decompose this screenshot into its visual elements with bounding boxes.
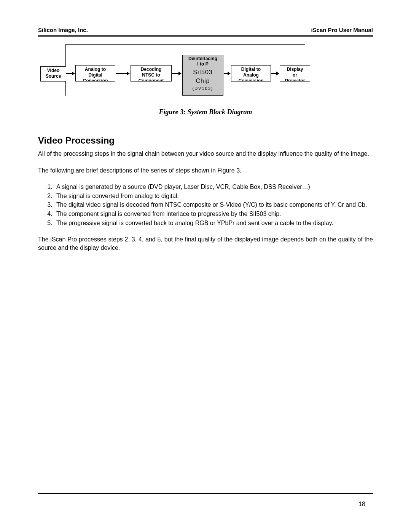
page-number: 18 [358, 501, 365, 508]
list-item: A signal is generated by a source (DVD p… [54, 183, 373, 191]
block-line: Decoding [131, 67, 171, 72]
paragraph: The iScan Pro processes steps 2, 3, 4, a… [38, 235, 373, 252]
block-display: Display or Projector [280, 65, 310, 81]
block-line: NTSC to [131, 72, 171, 78]
arrow-icon [224, 73, 230, 74]
list-item: The progressive signal is converted back… [54, 219, 373, 227]
figure-caption: Figure 3: System Block Diagram [38, 108, 373, 116]
arrow-icon [66, 73, 75, 74]
block-line: Source [41, 73, 66, 79]
block-chip: Deinterlacing I to P SiI503 Chip (DV103) [182, 55, 223, 96]
block-dac: Digital to Analog Conversion [231, 65, 271, 81]
block-line: Digital [76, 72, 115, 78]
steps-list: A signal is generated by a source (DVD p… [38, 183, 373, 227]
paragraph: The following are brief descriptions of … [38, 166, 373, 175]
section-heading: Video Processing [38, 135, 373, 146]
list-item: The component signal is converted from i… [54, 210, 373, 218]
arrow-icon [271, 73, 279, 74]
block-adc: Analog to Digital Conversion [75, 65, 115, 81]
chip-name1: SiI503 [183, 69, 223, 76]
header-right: iScan Pro User Manual [311, 27, 373, 33]
chip-top1: Deinterlacing [183, 56, 223, 61]
chip-name2: Chip [183, 77, 223, 85]
footer-rule [38, 493, 373, 494]
block-video-source: Video Source [40, 66, 66, 81]
arrow-icon [172, 73, 181, 74]
chip-sub: (DV103) [183, 86, 223, 91]
block-line: Component [131, 78, 171, 81]
page-header: Silicon Image, Inc. iScan Pro User Manua… [38, 27, 373, 35]
block-line: Conversion [231, 78, 271, 81]
block-line: or [280, 72, 310, 78]
block-line: Conversion [76, 78, 115, 81]
block-line: Display [280, 67, 310, 72]
paragraph: All of the processing steps in the signa… [38, 150, 373, 158]
block-line: Projector [280, 78, 310, 81]
block-decode: Decoding NTSC to Component [131, 65, 172, 81]
header-rule [38, 35, 373, 37]
block-line: Analog [231, 72, 271, 78]
list-item: The digital video signal is decoded from… [54, 201, 373, 209]
chip-top2: I to P [183, 61, 223, 67]
block-line: Analog to [76, 67, 115, 72]
block-line: Video [41, 68, 66, 73]
block-line: Digital to [231, 67, 271, 72]
header-left: Silicon Image, Inc. [38, 27, 88, 33]
list-item: The signal is converted from analog to d… [54, 192, 373, 200]
arrow-icon [116, 73, 129, 74]
system-block-diagram: Video Source Analog to Digital Conversio… [41, 44, 373, 105]
